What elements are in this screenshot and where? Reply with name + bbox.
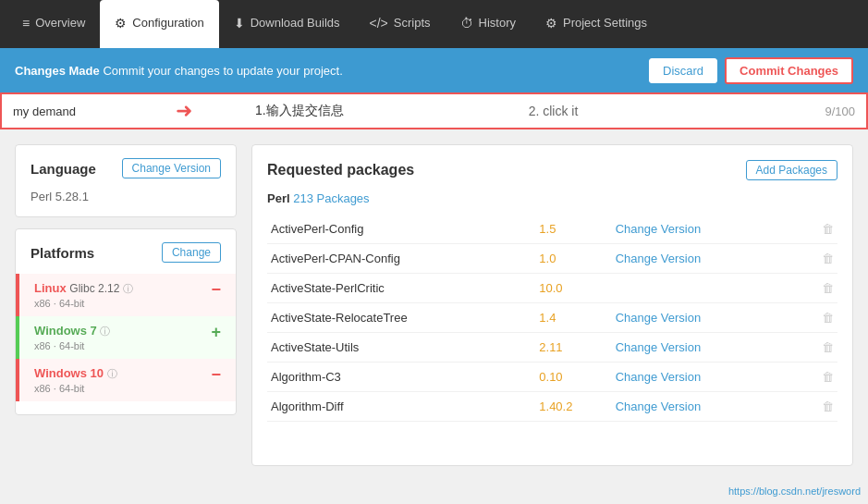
- pkg-version: 1.5: [535, 215, 611, 244]
- tab-project-settings-label: Project Settings: [563, 16, 647, 30]
- pkg-delete-button[interactable]: 🗑: [801, 333, 837, 363]
- pkg-delete-button[interactable]: 🗑: [801, 244, 837, 274]
- tab-history-label: History: [479, 16, 516, 30]
- scripts-icon: </>: [370, 16, 388, 31]
- platform-windows7-name: Windows 7: [34, 324, 97, 338]
- pkg-delete-button[interactable]: 🗑: [801, 392, 837, 422]
- pkg-change-version-link[interactable]: Change Version: [612, 363, 801, 392]
- change-platform-button[interactable]: Change: [162, 242, 221, 263]
- pkg-version: 10.0: [535, 274, 611, 303]
- instruction-2: 2. click it: [529, 104, 825, 118]
- pkg-delete-button[interactable]: 🗑: [801, 274, 837, 303]
- language-card: Language Change Version Perl 5.28.1: [15, 144, 237, 217]
- settings-icon: ⚙: [545, 16, 557, 31]
- platforms-card: Platforms Change − Linux Glibc 2.12 ⓘ x8…: [15, 228, 237, 415]
- right-panel: Requested packages Add Packages Perl 213…: [251, 144, 853, 466]
- table-row: Algorithm-Diff 1.40.2 Change Version 🗑: [267, 392, 837, 422]
- packages-lang: Perl: [267, 191, 290, 205]
- main-content: Language Change Version Perl 5.28.1 Plat…: [0, 129, 868, 481]
- language-value: Perl 5.28.1: [31, 190, 221, 203]
- config-icon: ⚙: [115, 16, 127, 31]
- table-row: ActiveState-Utils 2.11 Change Version 🗑: [267, 333, 837, 363]
- packages-table: ActivePerl-Config 1.5 Change Version 🗑 A…: [267, 215, 837, 422]
- platform-windows7-arch: x86 · 64-bit: [34, 340, 221, 351]
- pkg-change-version-link[interactable]: Change Version: [612, 333, 801, 363]
- menu-icon: ≡: [22, 16, 30, 31]
- discard-button[interactable]: Discard: [649, 58, 717, 83]
- info-icon-windows7: ⓘ: [100, 326, 110, 337]
- platform-linux-sub: Glibc 2.12: [69, 282, 122, 295]
- tab-download-builds[interactable]: ⬇ Download Builds: [219, 0, 355, 48]
- changes-banner: Changes Made Commit your changes to upda…: [0, 48, 868, 92]
- pkg-delete-button[interactable]: 🗑: [801, 303, 837, 333]
- platform-linux: − Linux Glibc 2.12 ⓘ x86 · 64-bit: [16, 274, 236, 316]
- packages-count: 213 Packages: [293, 191, 369, 205]
- commit-input-row: ➜ 1.输入提交信息 2. click it 9/100: [0, 92, 868, 129]
- platforms-title: Platforms: [31, 245, 94, 261]
- platform-windows10: − Windows 10 ⓘ x86 · 64-bit: [16, 359, 236, 401]
- banner-text: Changes Made Commit your changes to upda…: [15, 64, 642, 78]
- char-count: 9/100: [825, 104, 855, 118]
- platform-linux-name: Linux: [34, 281, 67, 295]
- pkg-name: Algorithm-Diff: [267, 392, 535, 422]
- packages-section-header: Perl 213 Packages: [267, 191, 837, 205]
- tab-scripts-label: Scripts: [394, 16, 431, 30]
- tab-configuration[interactable]: ⚙ Configuration: [100, 0, 218, 48]
- platform-windows10-arch: x86 · 64-bit: [34, 383, 221, 394]
- left-panel: Language Change Version Perl 5.28.1 Plat…: [15, 144, 237, 466]
- info-icon-linux: ⓘ: [123, 283, 133, 294]
- platform-windows7: + Windows 7 ⓘ x86 · 64-bit: [16, 316, 236, 359]
- pkg-name: ActivePerl-Config: [267, 215, 535, 244]
- change-version-button[interactable]: Change Version: [122, 158, 221, 178]
- info-icon-windows10: ⓘ: [107, 368, 117, 379]
- pkg-version: 1.40.2: [535, 392, 611, 422]
- tab-configuration-label: Configuration: [132, 16, 203, 30]
- tab-project-settings[interactable]: ⚙ Project Settings: [531, 0, 662, 48]
- table-row: ActivePerl-CPAN-Config 1.0 Change Versio…: [267, 244, 837, 274]
- language-version: 5.28.1: [55, 190, 89, 203]
- platform-windows10-name: Windows 10: [34, 366, 104, 380]
- pkg-name: ActivePerl-CPAN-Config: [267, 244, 535, 274]
- commit-message-input[interactable]: [13, 104, 168, 118]
- download-icon: ⬇: [234, 16, 245, 31]
- commit-changes-button[interactable]: Commit Changes: [725, 57, 853, 84]
- platform-windows7-sign: +: [211, 324, 221, 340]
- platform-windows10-sign: −: [211, 366, 221, 383]
- pkg-name: ActiveState-RelocateTree: [267, 303, 535, 333]
- table-row: ActiveState-PerlCritic 10.0 🗑: [267, 274, 837, 303]
- platform-linux-arch: x86 · 64-bit: [34, 298, 221, 309]
- instruction-1: 1.输入提交信息: [255, 103, 344, 119]
- arrow-icon-1: ➜: [176, 99, 192, 123]
- platform-linux-sign: −: [211, 281, 221, 298]
- pkg-version: 1.0: [535, 244, 611, 274]
- pkg-name: Algorithm-C3: [267, 363, 535, 392]
- banner-label: Changes Made: [15, 64, 100, 78]
- pkg-name: ActiveState-PerlCritic: [267, 274, 535, 303]
- language-card-header: Language Change Version: [31, 158, 221, 178]
- table-row: Algorithm-C3 0.10 Change Version 🗑: [267, 363, 837, 392]
- pkg-version: 0.10: [535, 363, 611, 392]
- language-title: Language: [31, 161, 96, 177]
- pkg-change-version-link[interactable]: Change Version: [612, 215, 801, 244]
- pkg-version: 2.11: [535, 333, 611, 363]
- packages-title: Requested packages: [267, 162, 414, 178]
- banner-message: Commit your changes to update your proje…: [103, 64, 342, 78]
- pkg-delete-button[interactable]: 🗑: [801, 215, 837, 244]
- history-icon: ⏱: [460, 16, 473, 31]
- pkg-name: ActiveState-Utils: [267, 333, 535, 363]
- tab-scripts[interactable]: </> Scripts: [355, 0, 446, 48]
- pkg-delete-button[interactable]: 🗑: [801, 363, 837, 392]
- pkg-change-version-link[interactable]: Change Version: [612, 392, 801, 422]
- platforms-card-header: Platforms Change: [31, 242, 221, 263]
- pkg-change-version-link[interactable]: [612, 274, 801, 303]
- pkg-change-version-link[interactable]: Change Version: [612, 244, 801, 274]
- tab-overview[interactable]: ≡ Overview: [7, 0, 100, 48]
- tab-download-builds-label: Download Builds: [251, 16, 340, 30]
- packages-panel-header: Requested packages Add Packages: [267, 160, 837, 180]
- table-row: ActiveState-RelocateTree 1.4 Change Vers…: [267, 303, 837, 333]
- language-name: Perl: [31, 190, 52, 203]
- tab-history[interactable]: ⏱ History: [446, 0, 531, 48]
- add-packages-button[interactable]: Add Packages: [746, 160, 837, 180]
- pkg-change-version-link[interactable]: Change Version: [612, 303, 801, 333]
- tab-overview-label: Overview: [35, 16, 85, 30]
